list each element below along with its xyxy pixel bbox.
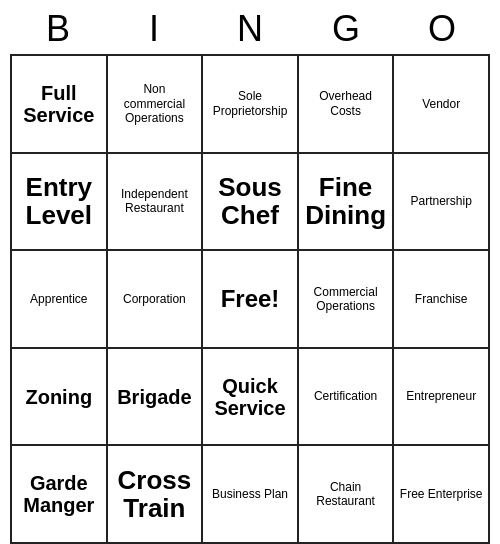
bingo-cell: Overhead Costs [299, 56, 395, 154]
bingo-cell: Commercial Operations [299, 251, 395, 349]
bingo-header: B I N G O [10, 0, 490, 54]
bingo-cell: Independent Restaurant [108, 154, 204, 252]
letter-b: B [14, 8, 102, 50]
bingo-cell: Cross Train [108, 446, 204, 544]
bingo-cell: Free Enterprise [394, 446, 490, 544]
bingo-cell: Fine Dining [299, 154, 395, 252]
letter-o: O [398, 8, 486, 50]
bingo-cell: Quick Service [203, 349, 299, 447]
bingo-cell: Sous Chef [203, 154, 299, 252]
bingo-cell: Non commercial Operations [108, 56, 204, 154]
bingo-cell: Entry Level [12, 154, 108, 252]
bingo-cell: Certification [299, 349, 395, 447]
bingo-cell: Garde Manger [12, 446, 108, 544]
bingo-cell: Free! [203, 251, 299, 349]
bingo-cell: Zoning [12, 349, 108, 447]
bingo-cell: Partnership [394, 154, 490, 252]
bingo-grid: Full ServiceNon commercial OperationsSol… [10, 54, 490, 544]
bingo-cell: Business Plan [203, 446, 299, 544]
bingo-cell: Apprentice [12, 251, 108, 349]
letter-g: G [302, 8, 390, 50]
letter-n: N [206, 8, 294, 50]
bingo-cell: Franchise [394, 251, 490, 349]
bingo-cell: Full Service [12, 56, 108, 154]
bingo-cell: Brigade [108, 349, 204, 447]
bingo-cell: Chain Restaurant [299, 446, 395, 544]
bingo-cell: Entrepreneur [394, 349, 490, 447]
bingo-cell: Corporation [108, 251, 204, 349]
letter-i: I [110, 8, 198, 50]
bingo-cell: Vendor [394, 56, 490, 154]
bingo-cell: Sole Proprietorship [203, 56, 299, 154]
